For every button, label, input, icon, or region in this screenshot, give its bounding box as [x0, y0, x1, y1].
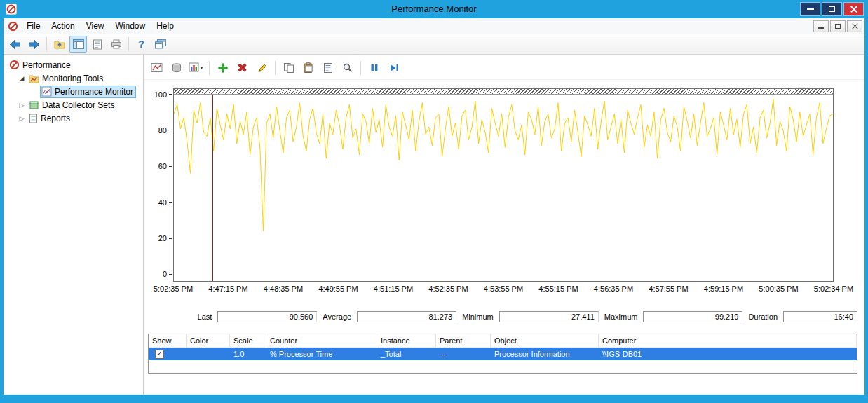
- x-tick-label: 4:57:55 PM: [644, 285, 693, 293]
- expander-icon[interactable]: ▷: [18, 115, 26, 122]
- back-button[interactable]: [6, 36, 24, 53]
- menu-help[interactable]: Help: [151, 19, 179, 33]
- chart-canvas: [174, 95, 833, 281]
- view-current-activity-button[interactable]: [148, 59, 165, 76]
- show-checkbox[interactable]: ✓: [155, 350, 164, 359]
- update-data-button[interactable]: [385, 59, 402, 76]
- show-hide-console-tree-button[interactable]: [69, 36, 87, 53]
- x-axis: 5:02:35 PM 4:47:15 PM 4:48:35 PM 4:49:55…: [149, 285, 858, 293]
- help-button[interactable]: ?: [133, 36, 150, 53]
- column-header-show[interactable]: Show: [149, 334, 187, 347]
- up-one-level-button[interactable]: [50, 36, 68, 53]
- pause-icon: [369, 63, 379, 73]
- chart-line: [174, 99, 833, 231]
- view-log-data-button[interactable]: [168, 59, 185, 76]
- expander-icon[interactable]: ▷: [18, 102, 26, 109]
- toolbar-separator: [128, 37, 129, 51]
- copy-properties-button[interactable]: [280, 59, 297, 76]
- y-tick-label: 40: [158, 198, 172, 206]
- column-header-color[interactable]: Color: [187, 334, 230, 347]
- computer-cell: \\IGS-DB01: [599, 350, 857, 358]
- x-tick-label: 5:00:35 PM: [754, 285, 803, 293]
- freeze-display-button[interactable]: [365, 59, 383, 76]
- log-data-icon: [171, 62, 182, 74]
- column-header-scale[interactable]: Scale: [230, 334, 266, 347]
- tree-item-data-collector-sets[interactable]: ▷ Data Collector Sets: [4, 98, 143, 111]
- reports-icon: [29, 114, 38, 123]
- performance-monitor-icon: [41, 86, 52, 97]
- toolbar-separator: [360, 61, 361, 75]
- main-area: Performance ◢ Monitoring Tools Performan…: [4, 55, 864, 395]
- tree-item-performance[interactable]: Performance: [4, 58, 143, 71]
- chart-plot-area: [173, 88, 834, 282]
- chevron-down-icon: ▼: [200, 66, 204, 70]
- highlight-button[interactable]: [253, 59, 271, 76]
- stats-row: Last 90.560 Average 81.273 Minimum 27.41…: [144, 311, 857, 322]
- menu-window[interactable]: Window: [110, 19, 151, 33]
- step-forward-icon: [389, 63, 399, 73]
- minimize-icon: [818, 27, 824, 29]
- column-header-object[interactable]: Object: [491, 334, 599, 347]
- scale-cell: 1.0: [230, 350, 266, 358]
- counter-table: Show Color Scale Counter Instance Parent…: [148, 334, 857, 374]
- expander-icon[interactable]: ◢: [18, 75, 26, 82]
- column-header-instance[interactable]: Instance: [377, 334, 436, 347]
- add-counter-button[interactable]: [214, 59, 231, 76]
- minimize-button[interactable]: [800, 2, 820, 16]
- chart-top-hatch: [174, 89, 833, 95]
- column-header-counter[interactable]: Counter: [266, 334, 377, 347]
- graph-type-icon: [189, 62, 199, 73]
- forward-button[interactable]: [25, 36, 43, 53]
- maximize-button[interactable]: [822, 2, 842, 16]
- performance-monitor-window: Performance Monitor File Action View Win…: [0, 0, 868, 403]
- tree-item-reports[interactable]: ▷ Reports: [4, 111, 143, 125]
- paste-counter-list-button[interactable]: [299, 59, 317, 76]
- minimize-icon: [807, 8, 814, 10]
- current-activity-icon: [151, 62, 163, 74]
- menu-file[interactable]: File: [21, 19, 46, 33]
- stat-label-minimum: Minimum: [462, 313, 494, 321]
- counter-row[interactable]: ✓ 1.0 % Processor Time _Total --- Proces…: [149, 348, 857, 360]
- close-button[interactable]: [843, 2, 864, 16]
- tree-item-monitoring-tools[interactable]: ◢ Monitoring Tools: [4, 71, 143, 85]
- console-toolbar: ?: [4, 34, 864, 55]
- menu-action[interactable]: Action: [46, 19, 80, 33]
- x-tick-label: 4:47:15 PM: [204, 285, 253, 293]
- tree-item-label: Reports: [41, 114, 70, 123]
- child-minimize-button[interactable]: [813, 20, 829, 32]
- y-tick-label: 20: [158, 235, 172, 243]
- stat-label-last: Last: [198, 313, 212, 321]
- change-graph-type-button[interactable]: ▼: [187, 59, 205, 76]
- stat-label-duration: Duration: [748, 313, 778, 321]
- child-restore-button[interactable]: [830, 20, 846, 32]
- printer-icon: [111, 39, 122, 49]
- tree-item-label: Data Collector Sets: [42, 100, 114, 110]
- titlebar: Performance Monitor: [0, 0, 868, 18]
- column-header-parent[interactable]: Parent: [436, 334, 491, 347]
- menu-view[interactable]: View: [81, 19, 110, 33]
- child-close-button[interactable]: [847, 20, 862, 32]
- tree-item-label: Performance Monitor: [55, 87, 133, 97]
- tree-item-performance-monitor[interactable]: Performance Monitor: [4, 85, 143, 98]
- console-area: File Action View Window Help: [4, 18, 864, 395]
- stat-value-maximum: 99.219: [643, 311, 742, 322]
- restore-icon: [835, 24, 841, 29]
- add-icon: [217, 62, 229, 74]
- stat-value-minimum: 27.411: [499, 311, 599, 322]
- zoom-button[interactable]: [339, 59, 356, 76]
- window-title: Performance Monitor: [0, 4, 868, 14]
- object-cell: Processor Information: [491, 350, 599, 358]
- pencil-icon: [257, 62, 268, 74]
- maximize-icon: [829, 6, 835, 12]
- forward-arrow-icon: [28, 39, 40, 50]
- toolbar-separator: [275, 61, 276, 75]
- y-tick-label: 100: [154, 90, 172, 98]
- new-window-button[interactable]: [151, 36, 169, 53]
- export-list-button[interactable]: [88, 36, 106, 53]
- column-header-computer[interactable]: Computer: [599, 334, 857, 347]
- print-button[interactable]: [107, 36, 125, 53]
- stat-label-maximum: Maximum: [604, 313, 638, 321]
- stat-value-average: 81.273: [357, 311, 456, 322]
- properties-button[interactable]: [319, 59, 337, 76]
- delete-counter-button[interactable]: [233, 59, 251, 76]
